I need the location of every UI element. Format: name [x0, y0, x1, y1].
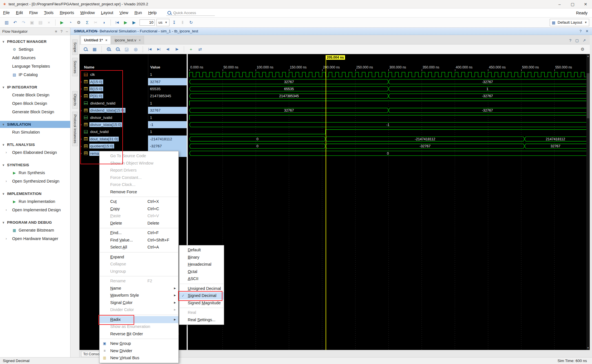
menu-item-radix[interactable]: Radix▶ — [100, 316, 178, 323]
minimize-button[interactable]: – — [553, 0, 566, 8]
menu-item-name[interactable]: Name▶ — [100, 285, 178, 292]
flownav-item-ip-catalog[interactable]: ▤IP Catalog — [0, 70, 70, 79]
signal-value-dout-tvalid[interactable]: 1 — [148, 128, 187, 135]
goto-last-time-icon[interactable]: ▶| — [155, 46, 163, 53]
side-tab-objects[interactable]: Objects — [72, 91, 78, 108]
menu-item-new-virtual-bus[interactable]: ▥New Virtual Bus — [100, 354, 178, 362]
menu-item-default[interactable]: Default — [179, 247, 224, 254]
menu-item-hexadecimal[interactable]: Hexadecimal — [179, 261, 224, 268]
signal-row-dout-tdata-31-0[interactable]: ›dout_tdata[31:0] — [79, 136, 148, 143]
menu-item-octal[interactable]: Octal — [179, 268, 224, 276]
flownav-header-ip-integrator[interactable]: ∨IP INTEGRATOR — [0, 84, 70, 91]
menu-item-waveform-style[interactable]: Waveform Style▶ — [100, 292, 178, 299]
flownav-header-project-manager[interactable]: ∨PROJECT MANAGER — [0, 38, 70, 45]
flownav-header-rtl-analysis[interactable]: ∨RTL ANALYSIS — [0, 141, 70, 148]
flownav-header-synthesis[interactable]: ∨SYNTHESIS — [0, 161, 70, 168]
find-icon[interactable] — [82, 46, 89, 53]
signal-row-divisor-tdata-15-0[interactable]: ›divisor_tdata[15:0] — [79, 121, 148, 128]
flownav-item-run-implementation[interactable]: ▶Run Implementation — [0, 197, 70, 206]
flownav-item-language-templates[interactable]: Language Templates — [0, 62, 70, 70]
close-tab-icon[interactable]: × — [105, 38, 107, 42]
close-button[interactable]: ✕ — [579, 0, 592, 8]
flownav-item-run-simulation[interactable]: Run Simulation — [0, 128, 70, 136]
time-unit-select[interactable]: us ▼ — [156, 19, 169, 26]
expand-chevron-icon[interactable]: › — [81, 87, 84, 90]
menu-item-remove-force[interactable]: Remove Force — [100, 188, 178, 196]
side-tab-sources[interactable]: Sources — [72, 58, 78, 76]
watch-icon[interactable]: ◗ — [100, 19, 108, 26]
menu-item-signed-decimal[interactable]: ✓Signed Decimal — [179, 292, 224, 299]
flownav-item-settings[interactable]: ⚙Settings — [0, 45, 70, 54]
prev-transition-icon[interactable]: ◀| — [164, 46, 172, 53]
flownav-header-implementation[interactable]: ∨IMPLEMENTATION — [0, 190, 70, 197]
signal-value-quotient-15-0[interactable]: -32767 — [148, 143, 187, 150]
menu-item-ascii[interactable]: ASCII — [179, 275, 224, 283]
flownav-header-simulation[interactable]: ∨SIMULATION — [0, 121, 70, 128]
tab-untitled-1[interactable]: Untitled 1*× — [81, 36, 111, 44]
flownav-item-generate-bitstream[interactable]: ▦Generate Bitstream — [0, 226, 70, 234]
expand-chevron-icon[interactable]: › — [81, 152, 84, 155]
expand-chevron-icon[interactable]: › — [81, 145, 84, 148]
menu-item-copy[interactable]: CopyCtrl+C — [100, 205, 178, 213]
flownav-item-generate-block-design[interactable]: Generate Block Design — [0, 108, 70, 116]
relaunch-icon[interactable]: ↻ — [187, 19, 195, 26]
expand-chevron-icon[interactable]: › — [81, 137, 84, 141]
tab-ipcore-test-v[interactable]: ipcore_test.v× — [111, 36, 144, 44]
layout-select[interactable]: ▦ Default Layout ▼ — [550, 19, 589, 26]
run-icon[interactable]: ▶ — [58, 19, 66, 26]
signal-value-dividend-tdata-15-0[interactable]: 32767 — [148, 107, 187, 114]
signal-value-a-15-0[interactable]: 32767 — [148, 78, 187, 85]
signal-value-clk[interactable]: 1 — [148, 71, 187, 78]
flownav-item-open-block-design[interactable]: Open Block Design — [0, 99, 70, 108]
signal-value-dividend-tvalid[interactable]: 1 — [148, 100, 187, 107]
menu-item-find-value[interactable]: Find Value...Ctrl+Shift+F — [100, 237, 178, 244]
menu-item-signal-color[interactable]: Signal Color▶ — [100, 299, 178, 307]
signal-value-divisor-tdata-15-0[interactable]: -1 — [148, 121, 187, 128]
menu-help[interactable]: Help — [145, 8, 160, 17]
wave-settings-icon[interactable]: ⚙ — [579, 46, 586, 53]
menu-run[interactable]: Run — [131, 8, 145, 17]
menu-file[interactable]: File — [0, 8, 13, 17]
waveform-canvas[interactable]: 32767-327676553512147385345-3276732767-3… — [188, 71, 586, 350]
expand-chevron-icon[interactable]: › — [81, 123, 84, 126]
float-icon[interactable]: ▢ — [575, 38, 579, 43]
signal-row-b-15-0[interactable]: ›B[15:0] — [79, 85, 148, 92]
run-all-icon[interactable]: ▶ — [122, 19, 129, 26]
expand-chevron-icon[interactable]: › — [81, 94, 84, 98]
profile-icon[interactable]: ◔ — [67, 19, 74, 26]
save-icon[interactable]: ▦ — [91, 46, 98, 53]
signal-row-dout-tvalid[interactable]: dout_tvalid — [79, 128, 148, 135]
flownav-item-create-block-design[interactable]: Create Block Design — [0, 91, 70, 99]
tcl-console-tab[interactable]: Tcl Consol — [81, 351, 100, 357]
menu-item-new-divider[interactable]: ≡New Divider — [100, 347, 178, 355]
goto-time-0-icon[interactable]: |◀ — [146, 46, 154, 53]
expand-chevron-icon[interactable]: › — [81, 109, 84, 112]
signal-row-dividend-tvalid[interactable]: dividend_tvalid — [79, 100, 148, 107]
signal-value-divisor-tvalid[interactable]: 1 — [148, 114, 187, 121]
zoom-to-cursor-icon[interactable]: ◎ — [132, 46, 140, 53]
menu-item-reverse-bit-order[interactable]: Reverse Bit Order — [100, 330, 178, 338]
collapse-icon[interactable]: – — [66, 29, 68, 34]
close-tab-icon[interactable]: × — [139, 38, 141, 42]
zoom-fit-icon[interactable]: ◲ — [123, 46, 131, 53]
menu-item-real-settings[interactable]: Real Settings... — [179, 316, 224, 324]
run-time-input[interactable] — [140, 19, 155, 26]
quick-access-search[interactable]: Quick Access — [166, 10, 215, 16]
menu-reports[interactable]: Reports — [57, 8, 77, 17]
next-transition-icon[interactable]: |▶ — [173, 46, 181, 53]
flownav-header-program-and-debug[interactable]: ∨PROGRAM AND DEBUG — [0, 219, 70, 226]
signal-value-p-31-0[interactable]: 2147385345 — [148, 92, 187, 99]
menu-edit[interactable]: Edit — [13, 8, 26, 17]
scroll-down-icon[interactable]: ▼ — [586, 347, 590, 349]
vertical-scrollbar[interactable]: ▲ ▼ — [586, 54, 590, 350]
expand-chevron-icon[interactable]: › — [81, 80, 84, 83]
sum-icon[interactable]: Σ — [83, 19, 91, 26]
signal-row-clk[interactable]: clk — [79, 71, 148, 78]
flownav-item-open-elaborated-design[interactable]: ›Open Elaborated Design — [0, 148, 70, 157]
undo-icon[interactable]: ↶ — [11, 19, 19, 26]
run-for-icon[interactable]: ▶ — [130, 19, 138, 26]
menu-item-binary[interactable]: Binary — [179, 254, 224, 261]
menu-view[interactable]: View — [116, 8, 131, 17]
flownav-item-open-synthesized-design[interactable]: ›Open Synthesized Design — [0, 177, 70, 185]
swap-cursors-icon[interactable]: ⇄ — [196, 46, 204, 53]
